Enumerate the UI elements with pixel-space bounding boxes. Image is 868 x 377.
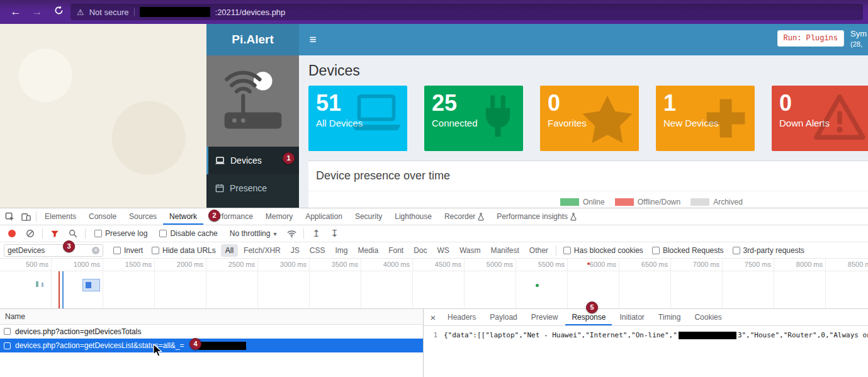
name-column-header[interactable]: Name <box>0 309 423 325</box>
info-box-new-devices[interactable]: 1 New Devices <box>656 86 755 151</box>
step-badge-2: 2 <box>208 210 220 222</box>
request-checkbox[interactable] <box>4 328 11 335</box>
filter-type-css[interactable]: CSS <box>305 244 330 257</box>
preserve-log-checkbox[interactable]: Preserve log <box>94 229 147 238</box>
filter-value: getDevices <box>8 246 45 255</box>
omnibox-divider <box>134 8 135 16</box>
filter-type-other[interactable]: Other <box>525 244 553 257</box>
timeline-label: 1000 ms <box>74 261 100 268</box>
third-party-requests-checkbox[interactable]: 3rd-party requests <box>733 246 804 255</box>
checkbox-icon <box>652 247 660 254</box>
tab-memory[interactable]: Memory <box>259 208 299 225</box>
close-icon[interactable]: × <box>426 312 440 323</box>
tab-lighthouse[interactable]: Lighthouse <box>388 208 438 225</box>
tab-timing[interactable]: Timing <box>652 309 687 325</box>
pialert-logo[interactable]: Pi.Alert <box>206 24 299 55</box>
network-conditions-icon[interactable] <box>283 225 300 242</box>
tab-network[interactable]: Network <box>163 208 203 225</box>
info-box-all-devices[interactable]: 51 All Devices <box>308 86 407 151</box>
import-har-icon[interactable]: ↥ <box>308 225 324 242</box>
request-row-selected[interactable]: devices.php?action=getDevicesList&status… <box>0 339 423 352</box>
filter-funnel-icon[interactable] <box>47 225 63 242</box>
sidebar-item-presence[interactable]: Presence <box>206 174 299 202</box>
tab-initiator[interactable]: Initiator <box>613 309 650 325</box>
tab-cookies[interactable]: Cookies <box>688 309 728 325</box>
has-blocked-cookies-checkbox[interactable]: Has blocked cookies <box>563 246 643 255</box>
sidebar-toggle-icon[interactable]: ≡ <box>299 24 327 55</box>
tab-preview[interactable]: Preview <box>525 309 565 325</box>
forward-icon[interactable]: → <box>26 6 48 18</box>
info-box-down-alerts[interactable]: 0 Down Alerts <box>772 86 868 151</box>
blocked-requests-checkbox[interactable]: Blocked Requests <box>652 246 724 255</box>
sidebar: Devices Presence <box>206 55 299 208</box>
request-list: Name devices.php?action=getDevicesTotals… <box>0 309 423 377</box>
throttling-select[interactable]: No throttling ▾ <box>230 229 277 238</box>
timeline-label: 1500 ms <box>125 261 152 268</box>
disable-cache-checkbox[interactable]: Disable cache <box>159 229 217 238</box>
search-icon[interactable] <box>65 225 81 242</box>
not-secure-label: Not secure <box>89 8 129 17</box>
checkbox-icon <box>113 247 121 254</box>
devtools-panel: Elements Console Sources Network Perform… <box>0 208 868 377</box>
invert-checkbox[interactable]: Invert <box>113 246 143 255</box>
export-har-icon[interactable]: ↧ <box>326 225 342 242</box>
timeline-label: 5000 ms <box>487 261 513 268</box>
tab-application[interactable]: Application <box>299 208 349 225</box>
filter-type-ws[interactable]: WS <box>433 244 454 257</box>
filter-type-wasm[interactable]: Wasm <box>455 244 485 257</box>
info-box-favorites[interactable]: 0 Favorites <box>540 86 639 151</box>
waterfall-mark <box>36 281 38 287</box>
response-viewer[interactable]: 1 {"data":[["laptop","Net - Huawei","Int… <box>424 326 868 377</box>
router-logo-image <box>206 55 299 147</box>
filter-type-manifest[interactable]: Manifest <box>486 244 523 257</box>
filter-type-js[interactable]: JS <box>286 244 304 257</box>
filter-type-font[interactable]: Font <box>384 244 408 257</box>
timeline-label: 4000 ms <box>383 261 410 268</box>
waterfall-mark <box>86 282 91 288</box>
network-overview[interactable]: 500 ms 1000 ms 1500 ms 2000 ms 2500 ms 3… <box>0 259 868 309</box>
redacted-query-value <box>198 342 246 350</box>
record-button[interactable] <box>8 230 16 237</box>
throttling-value: No throttling <box>230 229 271 238</box>
legend-label: Online <box>583 198 605 206</box>
address-bar[interactable]: ⚠ Not secure :20211/devices.php <box>70 4 863 20</box>
request-checkbox[interactable] <box>4 342 11 349</box>
filter-type-doc[interactable]: Doc <box>409 244 431 257</box>
network-filter-input[interactable]: getDevices ✕ <box>4 244 103 257</box>
checkbox-icon <box>563 247 571 254</box>
checkbox-label: Invert <box>124 246 143 255</box>
reload-icon[interactable] <box>48 6 69 18</box>
back-icon[interactable]: ← <box>5 6 26 18</box>
waterfall-mark <box>42 283 43 287</box>
filter-type-all[interactable]: All <box>221 244 238 257</box>
tab-performance-insights[interactable]: Performance insights <box>490 208 583 225</box>
clear-filter-icon[interactable]: ✕ <box>92 247 99 254</box>
request-row[interactable]: devices.php?action=getDevicesTotals <box>0 325 423 339</box>
app-body: Devices Presence Devices 51 All Devices <box>206 55 868 208</box>
filter-type-fetch-xhr[interactable]: Fetch/XHR <box>239 244 285 257</box>
checkbox-icon <box>159 230 167 237</box>
clear-log-icon[interactable] <box>22 225 38 242</box>
timeline-label: 3500 ms <box>332 261 358 268</box>
tab-payload[interactable]: Payload <box>483 309 523 325</box>
tab-security[interactable]: Security <box>349 208 388 225</box>
user-info[interactable]: Sym (28, <box>850 28 867 48</box>
tab-console[interactable]: Console <box>82 208 123 225</box>
run-plugins-button[interactable]: Run: Plugins <box>777 30 844 47</box>
tab-elements[interactable]: Elements <box>38 208 82 225</box>
sidebar-item-label: Presence <box>230 183 267 193</box>
chart-legend: Online Offline/Down Archived <box>560 198 743 206</box>
desktop-wallpaper <box>0 24 206 208</box>
inspect-icon[interactable] <box>1 208 18 225</box>
timeline-label: 500 ms <box>26 261 48 268</box>
filter-type-media[interactable]: Media <box>353 244 383 257</box>
tab-sources[interactable]: Sources <box>123 208 163 225</box>
device-toolbar-icon[interactable] <box>18 208 34 225</box>
hide-data-urls-checkbox[interactable]: Hide data URLs <box>152 246 216 255</box>
info-box-connected[interactable]: 25 Connected <box>424 86 523 151</box>
filter-type-img[interactable]: Img <box>330 244 352 257</box>
legend-label: Offline/Down <box>638 198 680 206</box>
tab-recorder[interactable]: Recorder <box>438 208 490 225</box>
panel-divider <box>308 191 868 191</box>
tab-headers[interactable]: Headers <box>441 309 482 325</box>
